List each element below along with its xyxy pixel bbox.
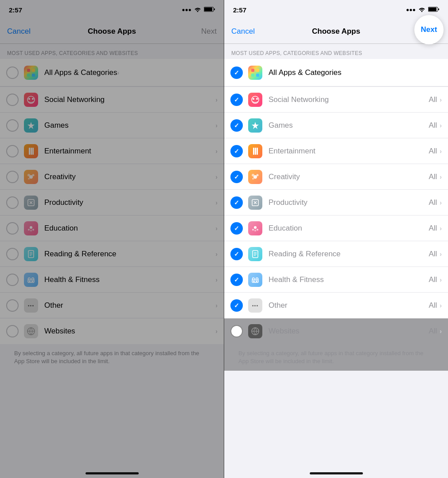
education-all-right: All [429,224,437,233]
websites-icon-left [24,324,38,338]
entertainment-row-left[interactable]: Entertainment › [0,138,224,164]
fitness-icon-right [248,273,262,287]
other-all-right: All [429,301,437,310]
education-row-left[interactable]: Education › [0,215,224,241]
other-icon-left: ••• [24,298,38,313]
fitness-check-right[interactable]: ✓ [230,274,243,286]
reading-radio-left[interactable] [6,248,19,260]
other-row-left[interactable]: ••• Other › [0,293,224,318]
entertainment-radio-left[interactable] [6,145,19,157]
all-apps-row-right[interactable]: ✓ All Apps & Categories [224,59,448,86]
all-apps-row-left[interactable]: All Apps & Categories › [0,59,224,86]
other-radio-left[interactable] [6,299,19,312]
social-row-right[interactable]: ✓ Social Networking All › [224,87,448,113]
other-label-left: Other [44,301,215,310]
battery-icon-right [428,7,439,13]
reading-label-left: Reading & Reference [44,250,215,259]
fitness-row-right[interactable]: ✓ Health & Fitness All › [224,267,448,293]
status-icons-right: ●●● [406,7,439,13]
education-label-left: Education [44,224,215,233]
nav-bar-left: Cancel Choose Apps Next [0,20,224,44]
reading-label-right: Reading & Reference [269,250,429,259]
games-row-right[interactable]: ✓ Games All › [224,113,448,138]
social-all-right: All [429,95,437,104]
svg-rect-6 [32,74,35,77]
fitness-chevron-left: › [215,276,218,283]
next-button-right[interactable]: Next [414,15,444,44]
signal-icon-left: ●●● [182,7,191,13]
svg-rect-11 [29,148,30,155]
svg-rect-35 [438,8,439,10]
social-check-right[interactable]: ✓ [230,94,243,106]
svg-point-42 [256,98,258,100]
creativity-all-right: All [429,172,437,181]
education-icon-left [24,221,38,235]
creativity-check-right[interactable]: ✓ [230,171,243,183]
productivity-row-right[interactable]: ✓ Productivity All › [224,190,448,215]
section-header-left: MOST USED APPS, CATEGORIES AND WEBSITES [0,44,224,59]
svg-point-15 [27,174,30,176]
websites-chevron-left: › [215,328,218,335]
creativity-row-right[interactable]: ✓ Creativity All › [224,164,448,190]
education-radio-left[interactable] [6,222,19,235]
svg-rect-39 [256,74,259,77]
websites-radio-left[interactable] [6,325,19,337]
svg-rect-2 [214,8,215,10]
svg-point-22 [28,229,30,231]
creativity-radio-left[interactable] [6,171,19,183]
websites-radio-right[interactable] [230,325,243,337]
page-title-right: Choose Apps [312,27,360,36]
svg-point-9 [32,98,34,100]
svg-point-29 [32,278,34,280]
productivity-all-right: All [429,198,437,207]
creativity-row-left[interactable]: Creativity › [0,164,224,190]
status-icons-left: ●●● [182,7,215,13]
productivity-icon-right [248,196,262,210]
all-apps-check-right[interactable]: ✓ [230,67,243,79]
social-radio-left[interactable] [6,94,19,106]
websites-row-right[interactable]: Websites All › [224,318,448,344]
websites-row-left[interactable]: Websites › [0,318,224,344]
other-row-right[interactable]: ✓ ••• Other All › [224,293,448,318]
social-icon-right [248,93,262,107]
games-label-right: Games [269,121,429,130]
all-apps-icon-right [248,66,262,80]
websites-all-right: All [429,327,437,336]
entertainment-icon-left [24,144,38,158]
next-button-left[interactable]: Next [201,27,217,36]
svg-rect-5 [27,74,30,77]
productivity-row-left[interactable]: Productivity › [0,190,224,215]
social-row-left[interactable]: Social Networking › [0,87,224,113]
productivity-radio-left[interactable] [6,196,19,209]
other-check-right[interactable]: ✓ [230,299,243,312]
games-row-left[interactable]: Games › [0,113,224,138]
svg-point-24 [30,230,32,231]
entertainment-label-left: Entertainment [44,147,215,156]
other-label-right: Other [269,301,429,310]
cancel-button-right[interactable]: Cancel [231,27,255,36]
wifi-icon-right [418,7,425,13]
cancel-button-left[interactable]: Cancel [7,27,31,36]
fitness-radio-left[interactable] [6,274,19,286]
education-check-right[interactable]: ✓ [230,222,243,235]
productivity-chevron-right: › [440,199,442,206]
fitness-row-left[interactable]: Health & Fitness › [0,267,224,293]
reading-row-left[interactable]: Reading & Reference › [0,241,224,267]
productivity-check-right[interactable]: ✓ [230,196,243,209]
all-apps-icon-left [24,66,38,80]
entertainment-check-right[interactable]: ✓ [230,145,243,157]
education-label-right: Education [269,224,429,233]
footer-text-right: By selecting a category, all future apps… [224,344,448,371]
games-check-right[interactable]: ✓ [230,119,243,132]
education-row-right[interactable]: ✓ Education All › [224,215,448,241]
all-apps-radio-left[interactable] [6,67,19,79]
reading-row-right[interactable]: ✓ Reading & Reference All › [224,241,448,267]
all-apps-chevron-left: › [117,69,119,76]
games-radio-left[interactable] [6,119,19,132]
entertainment-row-right[interactable]: ✓ Entertainment All › [224,138,448,164]
svg-rect-45 [255,148,256,155]
svg-point-55 [252,229,254,231]
websites-icon-right [248,324,262,338]
entertainment-label-right: Entertainment [269,147,429,156]
reading-check-right[interactable]: ✓ [230,248,243,260]
